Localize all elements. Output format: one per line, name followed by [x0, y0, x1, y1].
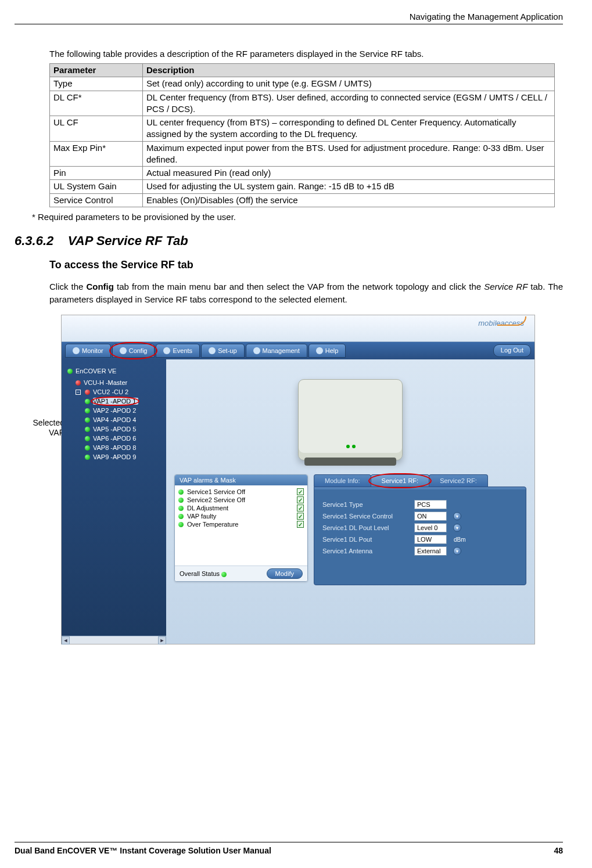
info-row: Service1 DL Pout LevelLevel 0▾: [322, 523, 518, 532]
table-row: DL CF*DL Center frequency (from BTS). Us…: [50, 91, 555, 116]
info-row: Service1 TypePCS: [322, 500, 518, 509]
alarms-panel-header: VAP alarms & Mask: [175, 475, 307, 485]
mask-checkbox[interactable]: ✓: [297, 521, 304, 528]
tree-vap6[interactable]: VAP6 -APOD 6: [65, 434, 163, 443]
main-tabbar: Monitor Config Events Set-up Management …: [62, 342, 534, 359]
management-icon: [253, 347, 260, 354]
page-number: 48: [554, 846, 563, 855]
tree-scrollbar[interactable]: ◄►: [62, 636, 166, 644]
tab-management[interactable]: Management: [246, 344, 307, 358]
tab-service1-rf[interactable]: Service1 RF:: [371, 474, 430, 487]
status-dot-icon: [178, 498, 184, 503]
collapse-icon[interactable]: −: [76, 390, 81, 395]
status-dot-icon: [178, 489, 184, 495]
status-dot-icon: [178, 514, 184, 519]
tree-vap9[interactable]: VAP9 -APOD 9: [65, 452, 163, 462]
tab-module-info[interactable]: Module Info:: [314, 474, 371, 487]
info-row: Service1 AntennaExternal▾: [322, 546, 518, 556]
table-row: UL System GainUsed for adjusting the UL …: [50, 180, 555, 193]
status-dot-icon: [85, 390, 90, 395]
col-description: Description: [143, 64, 555, 77]
tab-setup[interactable]: Set-up: [201, 344, 244, 358]
app-screenshot: mobileaccess Monitor Config Events Set-u…: [61, 315, 535, 644]
dropdown-icon[interactable]: ▾: [453, 512, 461, 520]
col-parameter: Parameter: [50, 64, 143, 77]
tab-service2-rf[interactable]: Service2 RF:: [429, 474, 488, 487]
scroll-left-icon[interactable]: ◄: [62, 636, 70, 644]
dropdown-icon[interactable]: ▾: [453, 547, 461, 555]
table-row: TypeSet (read only) according to unit ty…: [50, 77, 555, 91]
status-dot-icon: [76, 380, 81, 386]
service-control-select[interactable]: ON: [414, 512, 447, 521]
sub-heading: To access the Service RF tab: [49, 259, 563, 271]
device-image: [298, 379, 403, 460]
table-row: UL CFUL center frequency (from BTS) – co…: [50, 116, 555, 142]
table-row: PinActual measured Pin (read only): [50, 167, 555, 180]
pout-value: LOW: [414, 535, 447, 544]
alarm-row: Service2 Service Off✓: [178, 496, 304, 504]
help-icon: [316, 347, 323, 354]
footer-title: Dual Band EnCOVER VE™ Instant Coverage S…: [15, 846, 271, 855]
pout-level-select[interactable]: Level 0: [414, 523, 447, 532]
body-paragraph: Click the Config tab from the main menu …: [49, 280, 563, 306]
status-dot-icon: [85, 399, 90, 404]
alarm-row: Service1 Service Off✓: [178, 488, 304, 496]
modify-button[interactable]: Modify: [267, 568, 303, 579]
tab-events[interactable]: Events: [156, 344, 200, 358]
monitor-icon: [73, 347, 80, 354]
config-icon: [120, 347, 127, 354]
tree-vap4[interactable]: VAP4 -APOD 4: [65, 415, 163, 424]
status-dot-icon: [85, 427, 90, 432]
page-footer: Dual Band EnCOVER VE™ Instant Coverage S…: [15, 842, 563, 855]
tree-vcu2[interactable]: −VCU2 -CU 2: [65, 387, 163, 397]
type-value: PCS: [414, 500, 447, 509]
mask-checkbox[interactable]: ✓: [297, 505, 304, 512]
logo: mobileaccess: [478, 319, 524, 327]
tree-vap5[interactable]: VAP5 -APOD 5: [65, 424, 163, 434]
mask-checkbox[interactable]: ✓: [297, 496, 304, 503]
alarm-row: Over Temperature✓: [178, 520, 304, 528]
status-dot-icon: [85, 436, 90, 441]
tab-monitor[interactable]: Monitor: [65, 344, 111, 358]
status-dot-icon: [85, 417, 90, 423]
status-dot-icon: [85, 445, 90, 451]
info-row: Service1 Service ControlON▾: [322, 512, 518, 521]
table-row: Max Exp Pin*Maximum expected input power…: [50, 141, 555, 167]
tree-vap8[interactable]: VAP8 -APOD 8: [65, 443, 163, 452]
tab-help[interactable]: Help: [308, 344, 346, 358]
overall-status-label: Overall Status: [180, 570, 227, 577]
topology-tree: EnCOVER VE VCU-H -Master −VCU2 -CU 2 VAP…: [62, 359, 166, 644]
alarms-panel: VAP alarms & Mask Service1 Service Off✓ …: [174, 474, 308, 582]
mask-checkbox[interactable]: ✓: [297, 488, 304, 495]
tab-config[interactable]: Config: [112, 344, 155, 358]
status-dot-icon: [67, 369, 73, 374]
tree-root[interactable]: EnCOVER VE: [65, 366, 163, 376]
events-icon: [163, 347, 170, 354]
tree-vap1[interactable]: VAP1 -APOD 1: [65, 397, 163, 406]
mask-checkbox[interactable]: ✓: [297, 513, 304, 520]
app-header: mobileaccess: [62, 315, 534, 342]
logout-button[interactable]: Log Out: [493, 344, 531, 357]
tree-vap2[interactable]: VAP2 -APOD 2: [65, 406, 163, 415]
main-pane: VAP alarms & Mask Service1 Service Off✓ …: [166, 359, 534, 644]
status-dot-icon: [178, 522, 184, 527]
parameter-table: Parameter Description TypeSet (read only…: [49, 63, 555, 207]
dropdown-icon[interactable]: ▾: [453, 524, 461, 532]
page-header: Navigating the Management Application: [15, 12, 563, 24]
module-info-panel: Module Info: Service1 RF: Service2 RF: S…: [314, 474, 526, 585]
footnote: * Required parameters to be provisioned …: [32, 212, 563, 222]
table-row: Service ControlEnables (On)/Disables (Of…: [50, 193, 555, 207]
callout-selected-vap: Selected VAP: [27, 418, 64, 438]
status-dot-icon: [85, 455, 90, 460]
alarm-row: VAP faulty✓: [178, 512, 304, 520]
scroll-right-icon[interactable]: ►: [158, 636, 166, 644]
tree-vcu-h[interactable]: VCU-H -Master: [65, 378, 163, 387]
section-heading: 6.3.6.2 VAP Service RF Tab: [15, 233, 563, 248]
alarm-row: DL Adjustment✓: [178, 504, 304, 512]
info-row: Service1 DL PoutLOWdBm: [322, 535, 518, 544]
status-dot-icon: [85, 408, 90, 413]
status-dot-icon: [178, 506, 184, 511]
intro-text: The following table provides a descripti…: [49, 48, 563, 60]
antenna-select[interactable]: External: [414, 546, 447, 556]
status-dot-icon: [221, 572, 227, 577]
